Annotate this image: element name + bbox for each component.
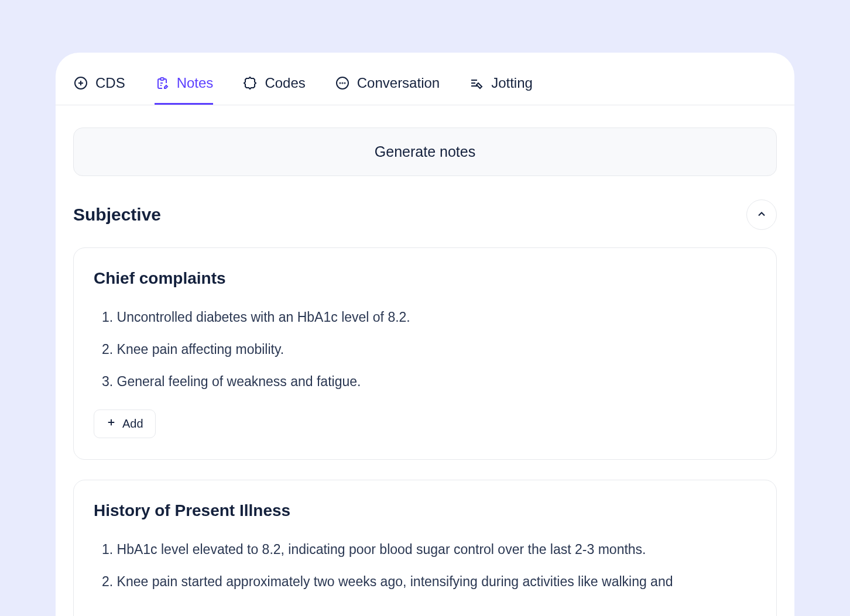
section-title: Subjective bbox=[73, 205, 161, 225]
list-item: HbA1c level elevated to 8.2, indicating … bbox=[94, 539, 756, 560]
chief-complaints-title: Chief complaints bbox=[94, 269, 756, 288]
medical-icon bbox=[242, 75, 258, 91]
tab-codes[interactable]: Codes bbox=[242, 75, 305, 105]
page-background: CDS Notes Codes Conversati bbox=[0, 0, 850, 616]
tab-label: Conversation bbox=[357, 75, 440, 91]
tab-label: CDS bbox=[95, 75, 125, 91]
plus-icon bbox=[106, 417, 116, 431]
collapse-section-button[interactable] bbox=[746, 199, 777, 230]
tab-label: Jotting bbox=[491, 75, 533, 91]
add-button-label: Add bbox=[122, 417, 143, 431]
tab-label: Codes bbox=[265, 75, 305, 91]
history-list: HbA1c level elevated to 8.2, indicating … bbox=[94, 539, 756, 593]
tab-bar: CDS Notes Codes Conversati bbox=[56, 53, 794, 105]
chief-complaints-list: Uncontrolled diabetes with an HbA1c leve… bbox=[94, 307, 756, 392]
main-card: CDS Notes Codes Conversati bbox=[56, 53, 794, 616]
list-item: Knee pain affecting mobility. bbox=[94, 339, 756, 360]
target-icon bbox=[73, 75, 88, 91]
generate-button-label: Generate notes bbox=[375, 143, 475, 160]
clipboard-icon bbox=[155, 75, 170, 91]
tab-cds[interactable]: CDS bbox=[73, 75, 125, 105]
content-area: Generate notes Subjective Chief complain… bbox=[56, 105, 794, 616]
svg-point-2 bbox=[340, 83, 340, 84]
list-item: Knee pain started approximately two week… bbox=[94, 571, 756, 593]
generate-notes-button[interactable]: Generate notes bbox=[73, 128, 777, 176]
add-complaint-button[interactable]: Add bbox=[94, 409, 156, 438]
history-title: History of Present Illness bbox=[94, 501, 756, 520]
svg-point-4 bbox=[344, 83, 345, 84]
history-present-illness-card: History of Present Illness HbA1c level e… bbox=[73, 480, 777, 616]
tab-label: Notes bbox=[177, 75, 214, 91]
list-item: General feeling of weakness and fatigue. bbox=[94, 371, 756, 393]
svg-point-3 bbox=[342, 83, 342, 84]
section-header: Subjective bbox=[73, 199, 777, 230]
chief-complaints-card: Chief complaints Uncontrolled diabetes w… bbox=[73, 247, 777, 460]
pen-lines-icon bbox=[469, 75, 484, 91]
chevron-up-icon bbox=[756, 208, 767, 222]
chat-icon bbox=[335, 75, 350, 91]
list-item: Uncontrolled diabetes with an HbA1c leve… bbox=[94, 307, 756, 328]
tab-jotting[interactable]: Jotting bbox=[469, 75, 533, 105]
tab-notes[interactable]: Notes bbox=[155, 75, 214, 105]
tab-conversation[interactable]: Conversation bbox=[335, 75, 440, 105]
